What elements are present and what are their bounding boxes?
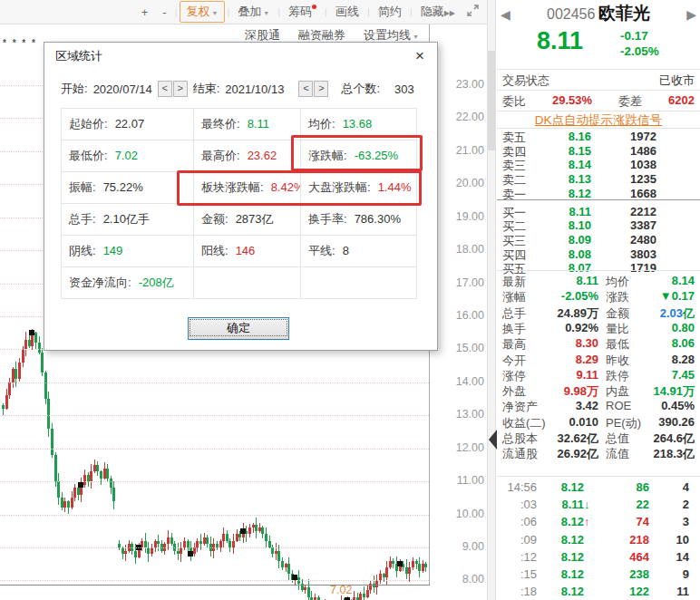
stat-pair-row: 换手0.92%量比0.80	[502, 321, 695, 336]
stat-label: 均价:	[308, 117, 335, 131]
order-book-row[interactable]: 卖四8.151486	[502, 144, 696, 159]
order-book-volume: 1038	[591, 158, 656, 172]
order-book-row[interactable]: 买二8.103387	[502, 218, 696, 233]
weibi-label: 委比	[502, 93, 526, 110]
candle-wick	[243, 523, 244, 543]
stat-value: 2.10亿手	[103, 212, 150, 226]
candle-body	[73, 488, 76, 498]
candle-body	[170, 537, 173, 544]
candle-wick	[42, 348, 43, 375]
candle-body	[112, 488, 115, 501]
close-icon[interactable]: ×	[410, 46, 430, 66]
candle-wick	[145, 533, 146, 553]
stats-cell: 换手率:786.30%	[301, 204, 417, 236]
order-book-row[interactable]: 卖三8.141038	[502, 158, 696, 172]
tick-time: :03	[501, 498, 537, 511]
stat-pair-row: 收益(二)0.010PE(动)390.26	[502, 415, 695, 431]
gridline	[0, 449, 429, 450]
tick-time: :12	[501, 550, 537, 564]
order-book-volume: 1972	[591, 130, 656, 144]
order-book-row[interactable]: 买三8.092480	[502, 233, 696, 247]
candle-body	[199, 541, 202, 545]
order-book-row[interactable]: 买四8.083803	[502, 247, 696, 262]
candle-wick	[370, 581, 371, 594]
stat-pair-row: 最高8.30最低8.06	[502, 336, 695, 352]
zoom-in-button[interactable]: +	[135, 4, 155, 21]
stat-pair-row: 流通股26.92亿流值218.3亿	[502, 446, 695, 461]
status-label: 交易状态	[502, 73, 549, 89]
candle-body	[314, 597, 316, 600]
overlay-dropdown[interactable]: 叠加▼	[231, 2, 276, 22]
hide-panel-button[interactable]: 隐藏▶▶	[414, 2, 462, 22]
ok-button[interactable]: 确定	[188, 317, 289, 340]
scrollbar-thumb[interactable]	[488, 51, 495, 150]
stat-value: 26.92亿	[555, 446, 598, 461]
candle-wick	[213, 538, 214, 558]
candle-marker-icon	[29, 330, 34, 335]
order-book-row[interactable]: 买一8.112212	[502, 205, 696, 219]
candle-body	[304, 587, 306, 591]
stat-label: PE(动)	[606, 415, 647, 431]
end-date-next-button[interactable]: >	[314, 81, 328, 97]
axis-tick-label: 22.00	[430, 111, 484, 123]
bid-ask-divider	[497, 199, 700, 200]
start-date-label: 开始:	[61, 81, 88, 97]
zoom-out-button[interactable]: -	[156, 4, 172, 21]
candle-body	[424, 564, 427, 567]
stat-value: -2.05%	[555, 289, 598, 305]
stock-code: 002456	[547, 6, 595, 22]
tick-volume: 218	[595, 533, 649, 547]
stat-label: 换手	[502, 321, 555, 336]
end-date-prev-button[interactable]: <	[298, 81, 313, 97]
candle-wick	[253, 523, 254, 533]
order-book-row[interactable]: 卖二8.131235	[502, 172, 696, 187]
simple-mode-button[interactable]: 简约	[372, 2, 408, 22]
candle-body	[258, 527, 261, 531]
stat-label: 均价	[606, 274, 647, 289]
order-book-price: 8.13	[540, 172, 591, 187]
candle-body	[61, 498, 63, 508]
candle-wick	[347, 596, 348, 600]
order-book-price: 8.10	[540, 218, 591, 233]
stats-cell: 最终价:8.11	[194, 109, 301, 140]
candle-marker-icon	[240, 528, 246, 534]
separator: |	[325, 6, 327, 17]
candle-wick	[35, 332, 36, 349]
stat-value: 22.07	[115, 117, 145, 131]
total-count-label: 总个数:	[341, 81, 380, 97]
order-book-row[interactable]: 卖五8.161972	[502, 130, 696, 144]
candle-wick	[246, 526, 247, 543]
axis-tick-label: 18.00	[430, 243, 484, 256]
stat-value: 146	[236, 244, 256, 257]
candle-marker-icon	[188, 551, 193, 556]
candle-body	[38, 343, 41, 353]
start-date-next-button[interactable]: >	[173, 81, 188, 97]
change-value: -0.17	[620, 28, 659, 44]
collapse-panel-icon[interactable]	[489, 430, 497, 450]
next-stock-icon[interactable]: ▶	[686, 7, 696, 22]
candle-body	[222, 534, 225, 540]
fullscreen-icon[interactable]	[463, 5, 482, 19]
prev-stock-icon[interactable]: ◀	[501, 7, 510, 22]
dk-signal-link[interactable]: DK点自动提示涨跌信号	[497, 112, 700, 129]
start-date-prev-button[interactable]: <	[158, 81, 172, 97]
candle-body	[238, 534, 241, 537]
candle-body	[167, 537, 170, 544]
draw-line-button[interactable]: 画线	[329, 2, 365, 22]
tick-price: 8.12	[537, 567, 584, 581]
stat-label: 涨停	[502, 368, 555, 383]
stat-value: 2873亿	[236, 212, 274, 226]
dialog-titlebar[interactable]: 区域统计	[44, 43, 437, 70]
candle-wick	[52, 423, 53, 458]
stat-value: 218.3亿	[647, 446, 695, 461]
stats-row: 最低价:7.02最高价:23.62涨跌幅:-63.25%	[62, 140, 417, 172]
chips-button[interactable]: 筹码	[282, 2, 323, 22]
candle-body	[12, 369, 15, 382]
order-book-volume: 2212	[591, 205, 656, 219]
fuquan-dropdown[interactable]: 复权▼	[180, 1, 226, 23]
candle-body	[22, 349, 24, 363]
stat-value: 8.30	[555, 336, 598, 352]
candle-body	[245, 531, 248, 535]
candle-wick	[227, 530, 228, 543]
stat-value: -63.25%	[355, 149, 398, 162]
